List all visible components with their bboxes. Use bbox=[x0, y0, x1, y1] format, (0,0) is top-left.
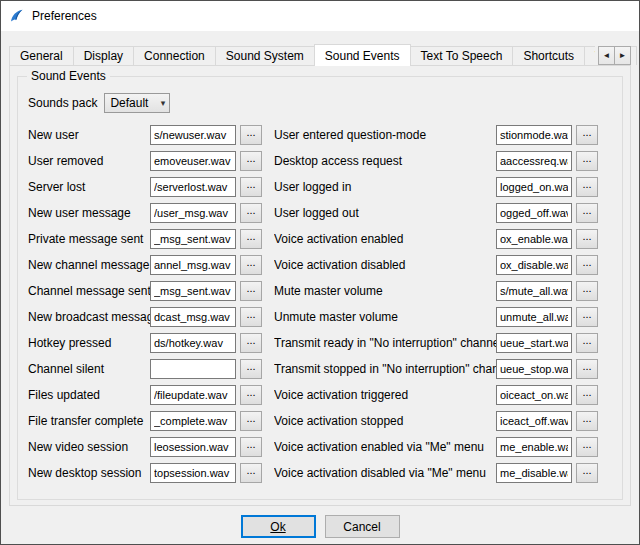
sound-file-input[interactable] bbox=[496, 307, 572, 327]
sounds-pack-select[interactable]: Default ▾ bbox=[104, 93, 170, 113]
tab-scroll-right-button[interactable]: ► bbox=[614, 46, 631, 65]
browse-button[interactable]: ... bbox=[576, 463, 598, 483]
cancel-button[interactable]: Cancel bbox=[325, 515, 400, 538]
sound-file-input[interactable] bbox=[150, 177, 236, 197]
sound-event-label: Voice activation triggered bbox=[274, 388, 496, 402]
sound-file-input[interactable] bbox=[150, 437, 236, 457]
browse-button[interactable]: ... bbox=[240, 255, 262, 275]
sound-file-input[interactable] bbox=[496, 125, 572, 145]
browse-button[interactable]: ... bbox=[576, 307, 598, 327]
browse-button[interactable]: ... bbox=[576, 437, 598, 457]
sound-event-label: New broadcast message bbox=[28, 310, 150, 324]
sound-event-row: Desktop access request ... bbox=[274, 151, 598, 171]
tab-display[interactable]: Display bbox=[73, 46, 134, 65]
browse-button[interactable]: ... bbox=[240, 203, 262, 223]
sound-file-input[interactable] bbox=[496, 281, 572, 301]
sound-file-input[interactable] bbox=[496, 385, 572, 405]
browse-button[interactable]: ... bbox=[240, 177, 262, 197]
browse-button[interactable]: ... bbox=[240, 411, 262, 431]
sound-file-input[interactable] bbox=[496, 411, 572, 431]
ok-button[interactable]: Ok bbox=[241, 515, 316, 538]
browse-button[interactable]: ... bbox=[576, 229, 598, 249]
browse-button[interactable]: ... bbox=[576, 359, 598, 379]
browse-button[interactable]: ... bbox=[576, 255, 598, 275]
sound-file-input[interactable] bbox=[150, 229, 236, 249]
sound-event-row: File transfer complete ... bbox=[28, 411, 262, 431]
tab-scroll-controls: ◄ ► bbox=[595, 46, 631, 65]
sound-event-label: Voice activation disabled via "Me" menu bbox=[274, 466, 496, 480]
sound-event-label: New desktop session bbox=[28, 466, 150, 480]
sound-file-input[interactable] bbox=[150, 125, 236, 145]
sound-event-row: New channel message ... bbox=[28, 255, 262, 275]
browse-button[interactable]: ... bbox=[240, 229, 262, 249]
sound-file-input[interactable] bbox=[150, 281, 236, 301]
sound-event-label: Hotkey pressed bbox=[28, 336, 150, 350]
sound-file-input[interactable] bbox=[150, 463, 236, 483]
tab-label: Sound Events bbox=[325, 49, 400, 63]
sound-file-input[interactable] bbox=[496, 359, 572, 379]
sound-event-label: New user message bbox=[28, 206, 150, 220]
sound-file-input[interactable] bbox=[496, 463, 572, 483]
sound-file-input[interactable] bbox=[496, 151, 572, 171]
sound-file-input[interactable] bbox=[496, 203, 572, 223]
sound-event-label: Desktop access request bbox=[274, 154, 496, 168]
browse-button[interactable]: ... bbox=[576, 333, 598, 353]
browse-button[interactable]: ... bbox=[576, 177, 598, 197]
browse-button[interactable]: ... bbox=[240, 307, 262, 327]
browse-button[interactable]: ... bbox=[240, 385, 262, 405]
sound-event-row: Private message sent ... bbox=[28, 229, 262, 249]
sound-event-label: File transfer complete bbox=[28, 414, 150, 428]
sound-file-input[interactable] bbox=[150, 411, 236, 431]
sound-event-row: Voice activation enabled ... bbox=[274, 229, 598, 249]
browse-button[interactable]: ... bbox=[576, 281, 598, 301]
sound-event-label: Transmit ready in "No interruption" chan… bbox=[274, 336, 496, 350]
sound-file-input[interactable] bbox=[496, 177, 572, 197]
sound-event-label: New channel message bbox=[28, 258, 150, 272]
tab-text-to-speech[interactable]: Text To Speech bbox=[410, 46, 514, 65]
browse-button[interactable]: ... bbox=[240, 151, 262, 171]
sound-event-label: User removed bbox=[28, 154, 150, 168]
sound-event-row: Transmit ready in "No interruption" chan… bbox=[274, 333, 598, 353]
tab-general[interactable]: General bbox=[9, 46, 74, 65]
sound-file-input[interactable] bbox=[150, 151, 236, 171]
sound-file-input[interactable] bbox=[150, 385, 236, 405]
sound-file-input[interactable] bbox=[496, 255, 572, 275]
browse-button[interactable]: ... bbox=[576, 151, 598, 171]
browse-button[interactable]: ... bbox=[576, 411, 598, 431]
browse-button[interactable]: ... bbox=[240, 281, 262, 301]
sound-file-input[interactable] bbox=[496, 333, 572, 353]
tab-label: General bbox=[20, 49, 63, 63]
sound-file-input[interactable] bbox=[150, 255, 236, 275]
sound-event-label: Transmit stopped in "No interruption" ch… bbox=[274, 362, 496, 376]
browse-button[interactable]: ... bbox=[240, 359, 262, 379]
tab-connection[interactable]: Connection bbox=[133, 46, 216, 65]
sound-event-label: New user bbox=[28, 128, 150, 142]
browse-button[interactable]: ... bbox=[240, 437, 262, 457]
sound-event-label: User entered question-mode bbox=[274, 128, 496, 142]
sound-file-input[interactable] bbox=[150, 333, 236, 353]
browse-button[interactable]: ... bbox=[576, 203, 598, 223]
sound-file-input[interactable] bbox=[496, 437, 572, 457]
sound-event-label: New video session bbox=[28, 440, 150, 454]
browse-button[interactable]: ... bbox=[240, 125, 262, 145]
sound-file-input[interactable] bbox=[150, 203, 236, 223]
title-bar[interactable]: Preferences bbox=[1, 1, 639, 31]
sound-event-row: Voice activation enabled via "Me" menu .… bbox=[274, 437, 598, 457]
browse-button[interactable]: ... bbox=[240, 463, 262, 483]
tab-scroll-left-button[interactable]: ◄ bbox=[598, 46, 615, 65]
sound-event-row: Voice activation stopped ... bbox=[274, 411, 598, 431]
sounds-pack-value: Default bbox=[110, 96, 148, 110]
sound-file-input[interactable] bbox=[496, 229, 572, 249]
tab-shortcuts[interactable]: Shortcuts bbox=[512, 46, 585, 65]
browse-button[interactable]: ... bbox=[576, 385, 598, 405]
sound-event-label: Server lost bbox=[28, 180, 150, 194]
sounds-pack-row: Sounds pack Default ▾ bbox=[28, 93, 622, 113]
browse-button[interactable]: ... bbox=[576, 125, 598, 145]
browse-button[interactable]: ... bbox=[240, 333, 262, 353]
sound-event-label: Channel silent bbox=[28, 362, 150, 376]
sound-file-input[interactable] bbox=[150, 359, 236, 379]
tab-sound-system[interactable]: Sound System bbox=[215, 46, 315, 65]
sound-file-input[interactable] bbox=[150, 307, 236, 327]
events-grid: New user ... User removed ... Server los… bbox=[28, 125, 622, 489]
tab-sound-events[interactable]: Sound Events bbox=[314, 44, 411, 66]
